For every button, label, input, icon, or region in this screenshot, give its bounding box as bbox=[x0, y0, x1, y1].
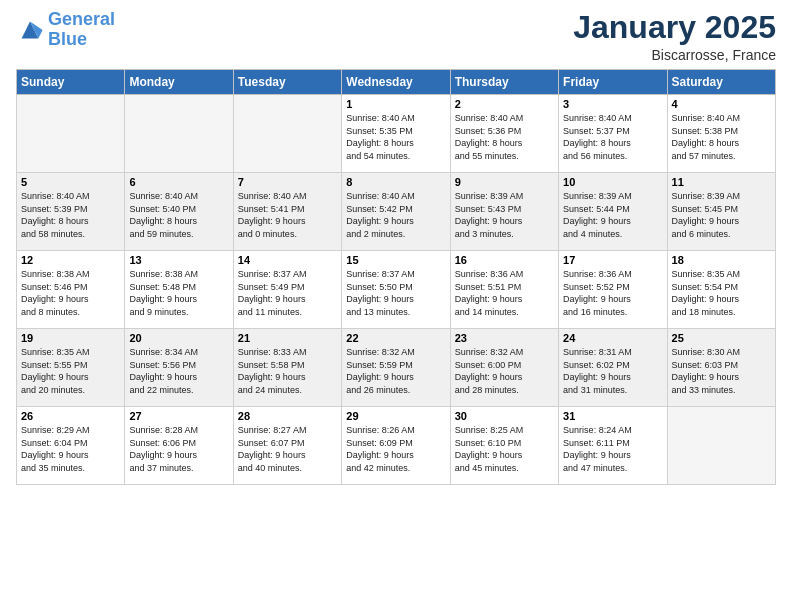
day-info: Sunrise: 8:25 AM Sunset: 6:10 PM Dayligh… bbox=[455, 424, 554, 474]
day-number: 11 bbox=[672, 176, 771, 188]
day-number: 13 bbox=[129, 254, 228, 266]
day-info: Sunrise: 8:29 AM Sunset: 6:04 PM Dayligh… bbox=[21, 424, 120, 474]
day-info: Sunrise: 8:39 AM Sunset: 5:45 PM Dayligh… bbox=[672, 190, 771, 240]
day-info: Sunrise: 8:33 AM Sunset: 5:58 PM Dayligh… bbox=[238, 346, 337, 396]
calendar-cell: 11Sunrise: 8:39 AM Sunset: 5:45 PM Dayli… bbox=[667, 173, 775, 251]
col-tuesday: Tuesday bbox=[233, 70, 341, 95]
calendar-cell: 5Sunrise: 8:40 AM Sunset: 5:39 PM Daylig… bbox=[17, 173, 125, 251]
day-info: Sunrise: 8:40 AM Sunset: 5:41 PM Dayligh… bbox=[238, 190, 337, 240]
day-info: Sunrise: 8:40 AM Sunset: 5:39 PM Dayligh… bbox=[21, 190, 120, 240]
calendar-week-row: 19Sunrise: 8:35 AM Sunset: 5:55 PM Dayli… bbox=[17, 329, 776, 407]
day-number: 20 bbox=[129, 332, 228, 344]
day-info: Sunrise: 8:34 AM Sunset: 5:56 PM Dayligh… bbox=[129, 346, 228, 396]
day-info: Sunrise: 8:32 AM Sunset: 5:59 PM Dayligh… bbox=[346, 346, 445, 396]
month-title: January 2025 bbox=[573, 10, 776, 45]
calendar-header-row: Sunday Monday Tuesday Wednesday Thursday… bbox=[17, 70, 776, 95]
day-number: 9 bbox=[455, 176, 554, 188]
calendar-cell: 1Sunrise: 8:40 AM Sunset: 5:35 PM Daylig… bbox=[342, 95, 450, 173]
calendar-cell bbox=[233, 95, 341, 173]
col-sunday: Sunday bbox=[17, 70, 125, 95]
day-number: 23 bbox=[455, 332, 554, 344]
calendar-cell: 28Sunrise: 8:27 AM Sunset: 6:07 PM Dayli… bbox=[233, 407, 341, 485]
calendar-cell bbox=[17, 95, 125, 173]
calendar-cell: 27Sunrise: 8:28 AM Sunset: 6:06 PM Dayli… bbox=[125, 407, 233, 485]
day-info: Sunrise: 8:36 AM Sunset: 5:52 PM Dayligh… bbox=[563, 268, 662, 318]
day-number: 14 bbox=[238, 254, 337, 266]
calendar-cell: 18Sunrise: 8:35 AM Sunset: 5:54 PM Dayli… bbox=[667, 251, 775, 329]
calendar-cell: 26Sunrise: 8:29 AM Sunset: 6:04 PM Dayli… bbox=[17, 407, 125, 485]
day-number: 8 bbox=[346, 176, 445, 188]
calendar-cell bbox=[667, 407, 775, 485]
day-number: 31 bbox=[563, 410, 662, 422]
calendar-cell: 14Sunrise: 8:37 AM Sunset: 5:49 PM Dayli… bbox=[233, 251, 341, 329]
calendar-cell: 13Sunrise: 8:38 AM Sunset: 5:48 PM Dayli… bbox=[125, 251, 233, 329]
day-info: Sunrise: 8:28 AM Sunset: 6:06 PM Dayligh… bbox=[129, 424, 228, 474]
calendar-cell: 29Sunrise: 8:26 AM Sunset: 6:09 PM Dayli… bbox=[342, 407, 450, 485]
day-info: Sunrise: 8:40 AM Sunset: 5:38 PM Dayligh… bbox=[672, 112, 771, 162]
day-number: 25 bbox=[672, 332, 771, 344]
day-number: 5 bbox=[21, 176, 120, 188]
logo-general: General bbox=[48, 9, 115, 29]
logo: General Blue bbox=[16, 10, 115, 50]
day-info: Sunrise: 8:35 AM Sunset: 5:55 PM Dayligh… bbox=[21, 346, 120, 396]
calendar-cell: 25Sunrise: 8:30 AM Sunset: 6:03 PM Dayli… bbox=[667, 329, 775, 407]
day-info: Sunrise: 8:40 AM Sunset: 5:42 PM Dayligh… bbox=[346, 190, 445, 240]
calendar-table: Sunday Monday Tuesday Wednesday Thursday… bbox=[16, 69, 776, 485]
calendar-cell: 16Sunrise: 8:36 AM Sunset: 5:51 PM Dayli… bbox=[450, 251, 558, 329]
day-info: Sunrise: 8:38 AM Sunset: 5:46 PM Dayligh… bbox=[21, 268, 120, 318]
day-info: Sunrise: 8:40 AM Sunset: 5:35 PM Dayligh… bbox=[346, 112, 445, 162]
day-number: 17 bbox=[563, 254, 662, 266]
day-info: Sunrise: 8:31 AM Sunset: 6:02 PM Dayligh… bbox=[563, 346, 662, 396]
calendar-cell: 10Sunrise: 8:39 AM Sunset: 5:44 PM Dayli… bbox=[559, 173, 667, 251]
day-number: 2 bbox=[455, 98, 554, 110]
day-number: 27 bbox=[129, 410, 228, 422]
calendar-cell: 7Sunrise: 8:40 AM Sunset: 5:41 PM Daylig… bbox=[233, 173, 341, 251]
day-number: 26 bbox=[21, 410, 120, 422]
calendar-cell: 9Sunrise: 8:39 AM Sunset: 5:43 PM Daylig… bbox=[450, 173, 558, 251]
calendar-week-row: 12Sunrise: 8:38 AM Sunset: 5:46 PM Dayli… bbox=[17, 251, 776, 329]
calendar-cell: 17Sunrise: 8:36 AM Sunset: 5:52 PM Dayli… bbox=[559, 251, 667, 329]
day-number: 21 bbox=[238, 332, 337, 344]
day-number: 7 bbox=[238, 176, 337, 188]
day-info: Sunrise: 8:30 AM Sunset: 6:03 PM Dayligh… bbox=[672, 346, 771, 396]
calendar-cell: 12Sunrise: 8:38 AM Sunset: 5:46 PM Dayli… bbox=[17, 251, 125, 329]
calendar-cell: 15Sunrise: 8:37 AM Sunset: 5:50 PM Dayli… bbox=[342, 251, 450, 329]
calendar-cell: 24Sunrise: 8:31 AM Sunset: 6:02 PM Dayli… bbox=[559, 329, 667, 407]
day-info: Sunrise: 8:40 AM Sunset: 5:37 PM Dayligh… bbox=[563, 112, 662, 162]
day-info: Sunrise: 8:37 AM Sunset: 5:49 PM Dayligh… bbox=[238, 268, 337, 318]
day-number: 29 bbox=[346, 410, 445, 422]
calendar-week-row: 1Sunrise: 8:40 AM Sunset: 5:35 PM Daylig… bbox=[17, 95, 776, 173]
calendar-week-row: 5Sunrise: 8:40 AM Sunset: 5:39 PM Daylig… bbox=[17, 173, 776, 251]
calendar-cell: 20Sunrise: 8:34 AM Sunset: 5:56 PM Dayli… bbox=[125, 329, 233, 407]
calendar-cell: 22Sunrise: 8:32 AM Sunset: 5:59 PM Dayli… bbox=[342, 329, 450, 407]
logo-blue: Blue bbox=[48, 30, 115, 50]
day-number: 1 bbox=[346, 98, 445, 110]
page-header: General Blue January 2025 Biscarrosse, F… bbox=[16, 10, 776, 63]
day-number: 18 bbox=[672, 254, 771, 266]
day-info: Sunrise: 8:35 AM Sunset: 5:54 PM Dayligh… bbox=[672, 268, 771, 318]
logo-icon bbox=[16, 16, 44, 44]
day-info: Sunrise: 8:26 AM Sunset: 6:09 PM Dayligh… bbox=[346, 424, 445, 474]
calendar-week-row: 26Sunrise: 8:29 AM Sunset: 6:04 PM Dayli… bbox=[17, 407, 776, 485]
calendar-cell: 6Sunrise: 8:40 AM Sunset: 5:40 PM Daylig… bbox=[125, 173, 233, 251]
day-number: 15 bbox=[346, 254, 445, 266]
col-saturday: Saturday bbox=[667, 70, 775, 95]
day-info: Sunrise: 8:40 AM Sunset: 5:40 PM Dayligh… bbox=[129, 190, 228, 240]
day-number: 16 bbox=[455, 254, 554, 266]
day-number: 4 bbox=[672, 98, 771, 110]
calendar-cell: 31Sunrise: 8:24 AM Sunset: 6:11 PM Dayli… bbox=[559, 407, 667, 485]
location: Biscarrosse, France bbox=[573, 47, 776, 63]
col-friday: Friday bbox=[559, 70, 667, 95]
day-number: 10 bbox=[563, 176, 662, 188]
day-info: Sunrise: 8:37 AM Sunset: 5:50 PM Dayligh… bbox=[346, 268, 445, 318]
calendar-cell: 19Sunrise: 8:35 AM Sunset: 5:55 PM Dayli… bbox=[17, 329, 125, 407]
day-info: Sunrise: 8:38 AM Sunset: 5:48 PM Dayligh… bbox=[129, 268, 228, 318]
calendar-cell: 30Sunrise: 8:25 AM Sunset: 6:10 PM Dayli… bbox=[450, 407, 558, 485]
calendar-cell: 2Sunrise: 8:40 AM Sunset: 5:36 PM Daylig… bbox=[450, 95, 558, 173]
day-info: Sunrise: 8:32 AM Sunset: 6:00 PM Dayligh… bbox=[455, 346, 554, 396]
day-number: 19 bbox=[21, 332, 120, 344]
day-number: 30 bbox=[455, 410, 554, 422]
day-info: Sunrise: 8:24 AM Sunset: 6:11 PM Dayligh… bbox=[563, 424, 662, 474]
calendar-cell: 21Sunrise: 8:33 AM Sunset: 5:58 PM Dayli… bbox=[233, 329, 341, 407]
logo-text: General Blue bbox=[48, 10, 115, 50]
